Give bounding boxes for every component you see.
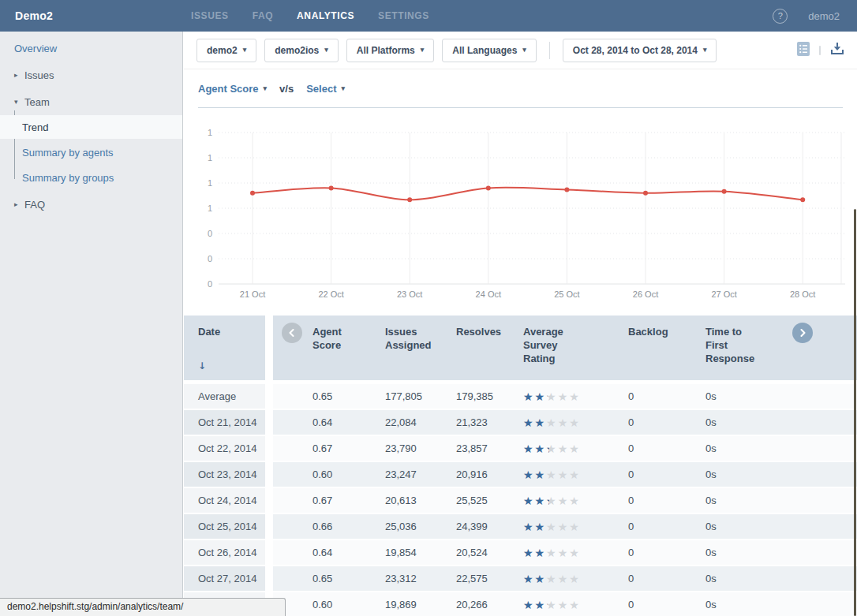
cell-resolves: 22,575 (456, 566, 523, 591)
cell-trailing (782, 488, 857, 513)
cell-time-to-first-response: 0s (705, 566, 782, 591)
nav-tab-issues[interactable]: ISSUES (191, 10, 229, 21)
nav-tab-settings[interactable]: SETTINGS (378, 10, 429, 21)
cell-trailing (782, 410, 857, 435)
cell-backlog: 0 (628, 540, 705, 565)
app-dropdown[interactable]: demo2 ▾ (196, 39, 256, 62)
cell-resolves: 25,525 (456, 488, 523, 513)
cell-agent-score: 0.60 (312, 462, 385, 487)
languages-dropdown[interactable]: All Languages ▾ (442, 39, 537, 62)
cell-resolves: 20,524 (456, 540, 523, 565)
top-nav: ISSUESFAQANALYTICSSETTINGS (191, 10, 429, 21)
cell-average-survey-rating: ★★★★★★★★★★ (523, 514, 628, 539)
table-row: Oct 25, 20140.6625,03624,399★★★★★★★★★★00… (184, 513, 857, 539)
download-button[interactable] (830, 43, 844, 58)
cell-average-survey-rating: ★★★★★★★★★★ (523, 462, 628, 487)
filter-separator (549, 42, 550, 59)
nav-tab-faq[interactable]: FAQ (253, 10, 273, 21)
filter-bar: demo2 ▾ demo2ios ▾ All Platforms ▾ All L… (184, 32, 857, 69)
date-range-dropdown[interactable]: Oct 28, 2014 to Oct 28, 2014 ▾ (563, 39, 717, 62)
cell-trailing (782, 462, 857, 487)
cell-average-survey-rating: ★★★★★★★★★★ (523, 566, 628, 591)
triangle-right-icon: ▸ (14, 71, 24, 79)
metric-dropdown[interactable]: Agent Score ▾ (198, 83, 267, 95)
cell-resolves: 23,857 (456, 436, 523, 461)
table-row: Oct 24, 20140.6720,61325,525★★★★★★★★★★00… (184, 487, 857, 513)
cell-issues-assigned: 22,084 (385, 410, 456, 435)
sidebar-group-team[interactable]: ▾Team (0, 90, 182, 114)
sidebar-group-faq[interactable]: ▸FAQ (0, 192, 182, 216)
star-rating-filled-icon: ★★★★★ (523, 547, 547, 558)
star-rating-filled-icon: ★★★★★ (523, 391, 548, 402)
sort-descending-icon[interactable]: ↓ (198, 360, 265, 373)
column-header-date[interactable]: Date↓ (184, 315, 265, 380)
frozen-column-gap (265, 566, 273, 591)
sidebar-item-overview[interactable]: Overview (0, 36, 182, 60)
cell-time-to-first-response: 0s (705, 540, 782, 565)
cell-issues-assigned: 23,312 (385, 566, 456, 591)
sidebar-group-issues[interactable]: ▸Issues (0, 63, 182, 87)
caret-down-icon: ▾ (703, 47, 707, 54)
cell-backlog: 0 (628, 462, 705, 487)
star-rating: ★★★★★★★★★★ (523, 443, 581, 454)
cell-issues-assigned: 25,036 (385, 514, 456, 539)
column-scroll-right-cell (782, 315, 857, 380)
star-rating: ★★★★★★★★★★ (523, 521, 581, 532)
sidebar-group-label: FAQ (24, 199, 45, 211)
frozen-column-gap (265, 462, 273, 487)
sidebar-item-label: Summary by agents (22, 147, 114, 159)
column-scroll-left-cell (273, 315, 312, 380)
report-button[interactable] (797, 42, 810, 58)
cell-resolves: 20,266 (456, 592, 523, 616)
cell-backlog: 0 (628, 410, 705, 435)
star-rating: ★★★★★★★★★★ (523, 573, 581, 584)
cell-agent-score: 0.67 (312, 488, 385, 513)
sidebar-item-summary-by-agents[interactable]: Summary by agents (0, 140, 182, 164)
star-rating: ★★★★★★★★★★ (523, 547, 581, 558)
scroll-columns-left-button[interactable] (282, 323, 302, 343)
svg-text:0: 0 (208, 254, 212, 263)
platforms-dropdown[interactable]: All Platforms ▾ (346, 39, 435, 62)
cell-average-survey-rating: ★★★★★★★★★★ (523, 488, 628, 513)
sidebar-item-trend[interactable]: Trend (0, 115, 182, 139)
scroll-columns-right-button[interactable] (792, 323, 813, 343)
star-rating-filled-icon: ★★★★★ (523, 599, 548, 610)
star-rating: ★★★★★★★★★★ (523, 469, 581, 480)
svg-text:0: 0 (208, 229, 212, 238)
caret-down-icon: ▾ (243, 47, 247, 54)
user-menu[interactable]: demo2 (808, 10, 840, 22)
triangle-right-icon: ▸ (14, 200, 24, 208)
cell-time-to-first-response: 0s (705, 436, 782, 461)
nav-tab-analytics[interactable]: ANALYTICS (297, 10, 354, 21)
cell-backlog: 0 (628, 566, 705, 591)
star-rating: ★★★★★★★★★★ (523, 417, 581, 428)
cell-trailing (782, 540, 857, 565)
column-header-label: Backlog (628, 325, 668, 338)
cell-date: Oct 27, 2014 (184, 566, 265, 591)
column-header-label: Issues Assigned (385, 325, 443, 352)
cell-agent-score: 0.60 (312, 592, 385, 616)
cell-issues-assigned: 19,869 (385, 592, 456, 616)
platform-app-dropdown[interactable]: demo2ios ▾ (264, 39, 339, 62)
caret-down-icon: ▾ (522, 47, 526, 54)
cell-trailing (782, 514, 857, 539)
cell-agent-score: 0.67 (312, 436, 385, 461)
column-header-label: Average Survey Rating (523, 325, 582, 365)
navbar-right: ? demo2 (773, 9, 857, 24)
cell-time-to-first-response: 0s (705, 488, 782, 513)
app-logo[interactable]: Demo2 (0, 9, 183, 22)
main-content: demo2 ▾ demo2ios ▾ All Platforms ▾ All L… (184, 32, 857, 616)
frozen-column-gap (265, 540, 273, 565)
sidebar-item-summary-by-groups[interactable]: Summary by groups (0, 166, 182, 189)
cell-agent-score: 0.64 (312, 410, 385, 435)
page-scrollbar[interactable] (854, 209, 856, 616)
compare-dropdown[interactable]: Select ▾ (306, 83, 345, 95)
cell-average-survey-rating: ★★★★★★★★★★ (523, 436, 628, 461)
column-header-label: Date (198, 325, 265, 338)
column-header-time-to-first-response: Time to First Response (705, 315, 782, 380)
star-rating-filled-icon: ★★★★★ (523, 495, 549, 506)
star-rating-filled-icon: ★★★★★ (523, 443, 549, 454)
cell-spacer (273, 488, 312, 513)
cell-date: Oct 25, 2014 (184, 514, 265, 539)
help-icon[interactable]: ? (773, 9, 788, 24)
